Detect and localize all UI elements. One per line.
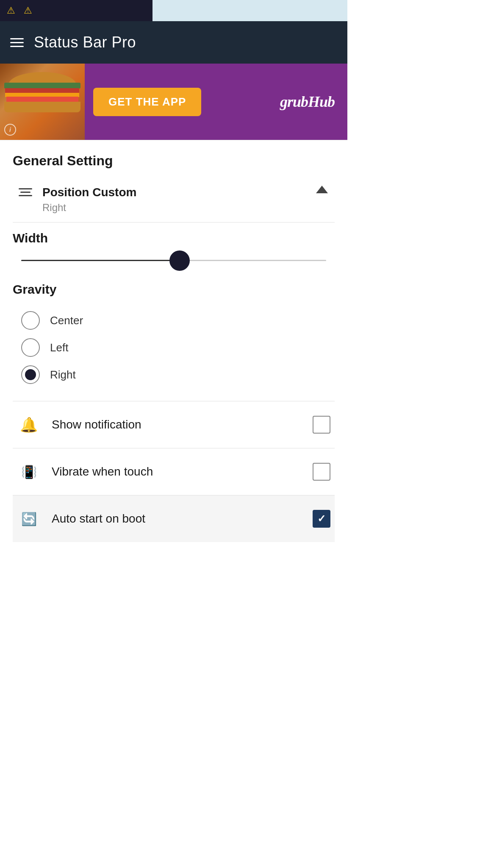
gravity-label: Gravity: [13, 282, 335, 297]
ad-info-icon[interactable]: i: [4, 124, 16, 136]
ad-banner: i GET THE APP grubHub: [0, 64, 347, 140]
radio-label-right: Right: [50, 368, 76, 381]
width-slider-container[interactable]: [13, 256, 335, 265]
radio-label-center: Center: [50, 314, 83, 327]
status-bar: ⚠ ⚠: [0, 0, 347, 21]
align-icon: [13, 186, 38, 196]
position-custom-label: Position Custom: [42, 186, 309, 199]
menu-icon[interactable]: [10, 38, 24, 47]
grubhub-logo: grubHub: [280, 93, 335, 111]
radio-right[interactable]: Right: [21, 365, 326, 384]
main-content: General Setting Position Custom Right Wi…: [0, 140, 347, 542]
checkmark-icon: ✓: [317, 513, 326, 525]
ad-sandwich-image: i: [0, 64, 85, 140]
get-app-button[interactable]: GET THE APP: [93, 88, 201, 116]
radio-inner-right: [25, 369, 36, 380]
show-notification-label: Show notification: [52, 418, 302, 431]
app-title: Status Bar Pro: [34, 33, 136, 51]
vibrate-when-touch-item: 📳 Vibrate when touch: [13, 448, 335, 495]
position-custom-row: Position Custom Right: [13, 177, 335, 222]
section-title: General Setting: [13, 140, 335, 177]
gravity-section: Gravity Center Left Right: [13, 274, 335, 397]
app-bar: Status Bar Pro: [0, 21, 347, 64]
auto-start-on-boot-item: 🔄 Auto start on boot ✓: [13, 495, 335, 542]
list-section: 🔔 Show notification 📳 Vibrate when touch…: [13, 401, 335, 542]
status-bar-right: [152, 0, 347, 21]
radio-left[interactable]: Left: [21, 338, 326, 357]
autostart-icon: 🔄: [17, 512, 41, 526]
radio-outer-right: [21, 365, 40, 384]
notification-icon: 🔔: [17, 416, 41, 433]
width-slider-thumb[interactable]: [169, 250, 190, 271]
vibrate-when-touch-label: Vibrate when touch: [52, 465, 302, 479]
width-label: Width: [13, 231, 335, 245]
radio-label-left: Left: [50, 341, 68, 354]
vibrate-when-touch-checkbox[interactable]: [313, 463, 330, 481]
radio-outer-center: [21, 311, 40, 330]
radio-outer-left: [21, 338, 40, 357]
gravity-radio-group: Center Left Right: [13, 307, 335, 388]
warning-icon-2: ⚠: [24, 5, 32, 16]
ad-content: GET THE APP grubHub: [85, 88, 347, 116]
collapse-button[interactable]: [309, 186, 335, 193]
vibrate-icon: 📳: [17, 465, 41, 479]
status-bar-left: ⚠ ⚠: [0, 0, 152, 21]
position-custom-text: Position Custom Right: [38, 186, 309, 214]
bell-icon: 🔔: [20, 416, 38, 433]
show-notification-checkbox[interactable]: [313, 416, 330, 434]
width-slider-fill: [21, 260, 180, 261]
warning-icon-1: ⚠: [7, 5, 15, 16]
auto-start-on-boot-label: Auto start on boot: [52, 512, 302, 526]
position-custom-value: Right: [42, 202, 309, 214]
auto-start-on-boot-checkbox[interactable]: ✓: [313, 510, 330, 528]
width-slider-track[interactable]: [21, 260, 326, 261]
arrow-up-icon: [316, 186, 328, 193]
align-lines-icon: [19, 188, 32, 196]
show-notification-item: 🔔 Show notification: [13, 401, 335, 448]
radio-center[interactable]: Center: [21, 311, 326, 330]
width-section: Width: [13, 223, 335, 274]
